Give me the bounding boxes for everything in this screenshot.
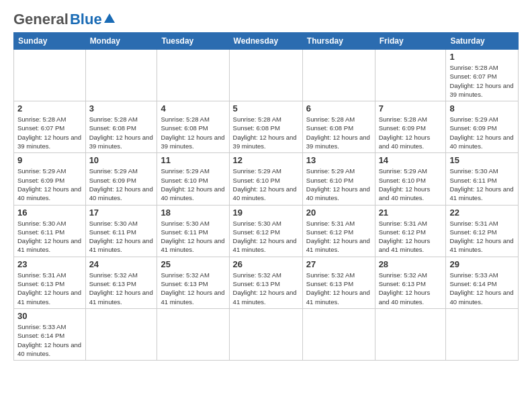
calendar-cell: 30Sunrise: 5:33 AM Sunset: 6:14 PM Dayli… [14, 308, 86, 360]
calendar-cell: 8Sunrise: 5:29 AM Sunset: 6:09 PM Daylig… [446, 101, 519, 153]
day-info: Sunrise: 5:28 AM Sunset: 6:07 PM Dayligh… [449, 63, 515, 99]
calendar-cell: 18Sunrise: 5:30 AM Sunset: 6:11 PM Dayli… [157, 205, 229, 257]
day-number: 9 [17, 155, 82, 165]
day-info: Sunrise: 5:33 AM Sunset: 6:14 PM Dayligh… [17, 322, 82, 358]
day-number: 20 [306, 208, 371, 218]
weekday-header-thursday: Thursday [302, 33, 375, 50]
logo-area: General Blue [13, 11, 115, 28]
day-number: 11 [161, 155, 225, 165]
day-info: Sunrise: 5:31 AM Sunset: 6:12 PM Dayligh… [306, 219, 371, 255]
day-info: Sunrise: 5:29 AM Sunset: 6:10 PM Dayligh… [161, 167, 225, 202]
calendar-cell: 26Sunrise: 5:32 AM Sunset: 6:13 PM Dayli… [229, 257, 302, 308]
calendar-week-4: 16Sunrise: 5:30 AM Sunset: 6:11 PM Dayli… [14, 205, 519, 257]
weekday-header-sunday: Sunday [14, 33, 86, 50]
day-info: Sunrise: 5:28 AM Sunset: 6:08 PM Dayligh… [161, 115, 225, 150]
calendar-week-2: 2Sunrise: 5:28 AM Sunset: 6:07 PM Daylig… [14, 101, 519, 153]
calendar-cell: 23Sunrise: 5:31 AM Sunset: 6:13 PM Dayli… [14, 257, 86, 308]
calendar-cell: 5Sunrise: 5:28 AM Sunset: 6:08 PM Daylig… [229, 101, 302, 153]
calendar-week-3: 9Sunrise: 5:29 AM Sunset: 6:09 PM Daylig… [14, 153, 519, 205]
calendar-cell [446, 308, 519, 360]
weekday-header-tuesday: Tuesday [157, 33, 229, 50]
day-info: Sunrise: 5:32 AM Sunset: 6:13 PM Dayligh… [89, 271, 154, 306]
day-number: 5 [233, 103, 299, 113]
day-info: Sunrise: 5:32 AM Sunset: 6:13 PM Dayligh… [233, 271, 299, 306]
calendar-cell: 28Sunrise: 5:32 AM Sunset: 6:13 PM Dayli… [375, 257, 446, 308]
calendar-week-1: 1Sunrise: 5:28 AM Sunset: 6:07 PM Daylig… [14, 50, 519, 101]
weekday-header-wednesday: Wednesday [229, 33, 302, 50]
calendar-cell: 3Sunrise: 5:28 AM Sunset: 6:08 PM Daylig… [85, 101, 157, 153]
day-info: Sunrise: 5:28 AM Sunset: 6:09 PM Dayligh… [379, 115, 443, 150]
day-info: Sunrise: 5:30 AM Sunset: 6:11 PM Dayligh… [449, 167, 515, 202]
calendar-cell [85, 308, 157, 360]
calendar-cell: 21Sunrise: 5:31 AM Sunset: 6:12 PM Dayli… [375, 205, 446, 257]
calendar-cell: 19Sunrise: 5:30 AM Sunset: 6:12 PM Dayli… [229, 205, 302, 257]
day-number: 25 [161, 259, 225, 269]
day-info: Sunrise: 5:30 AM Sunset: 6:11 PM Dayligh… [89, 219, 154, 255]
header: General Blue [13, 11, 519, 28]
calendar-cell: 11Sunrise: 5:29 AM Sunset: 6:10 PM Dayli… [157, 153, 229, 205]
day-info: Sunrise: 5:30 AM Sunset: 6:12 PM Dayligh… [233, 219, 299, 255]
calendar-cell: 24Sunrise: 5:32 AM Sunset: 6:13 PM Dayli… [85, 257, 157, 308]
day-number: 15 [449, 155, 515, 165]
day-number: 16 [17, 208, 82, 218]
day-info: Sunrise: 5:30 AM Sunset: 6:11 PM Dayligh… [161, 219, 225, 255]
day-number: 26 [233, 259, 299, 269]
day-number: 7 [379, 103, 443, 113]
calendar-cell [157, 308, 229, 360]
weekday-header-friday: Friday [375, 33, 446, 50]
weekday-header-monday: Monday [85, 33, 157, 50]
day-number: 22 [449, 208, 515, 218]
calendar-week-6: 30Sunrise: 5:33 AM Sunset: 6:14 PM Dayli… [14, 308, 519, 360]
day-info: Sunrise: 5:32 AM Sunset: 6:13 PM Dayligh… [161, 271, 225, 306]
day-info: Sunrise: 5:28 AM Sunset: 6:08 PM Dayligh… [89, 115, 154, 150]
day-number: 6 [306, 103, 371, 113]
day-info: Sunrise: 5:29 AM Sunset: 6:10 PM Dayligh… [233, 167, 299, 202]
day-info: Sunrise: 5:31 AM Sunset: 6:12 PM Dayligh… [449, 219, 515, 255]
calendar-cell: 6Sunrise: 5:28 AM Sunset: 6:08 PM Daylig… [302, 101, 375, 153]
day-number: 10 [89, 155, 154, 165]
day-info: Sunrise: 5:33 AM Sunset: 6:14 PM Dayligh… [449, 271, 515, 306]
calendar-cell [302, 308, 375, 360]
calendar-cell: 22Sunrise: 5:31 AM Sunset: 6:12 PM Dayli… [446, 205, 519, 257]
calendar-page: General Blue SundayMondayTuesdayWednesda… [0, 0, 532, 411]
day-info: Sunrise: 5:29 AM Sunset: 6:10 PM Dayligh… [379, 167, 443, 202]
day-number: 18 [161, 208, 225, 218]
calendar-cell: 17Sunrise: 5:30 AM Sunset: 6:11 PM Dayli… [85, 205, 157, 257]
day-info: Sunrise: 5:31 AM Sunset: 6:12 PM Dayligh… [379, 219, 443, 255]
day-info: Sunrise: 5:30 AM Sunset: 6:11 PM Dayligh… [17, 219, 82, 255]
calendar-cell: 25Sunrise: 5:32 AM Sunset: 6:13 PM Dayli… [157, 257, 229, 308]
calendar-cell: 9Sunrise: 5:29 AM Sunset: 6:09 PM Daylig… [14, 153, 86, 205]
day-info: Sunrise: 5:32 AM Sunset: 6:13 PM Dayligh… [306, 271, 371, 306]
day-number: 1 [449, 52, 515, 62]
calendar-cell [375, 50, 446, 101]
logo-triangle-icon [104, 13, 115, 23]
day-info: Sunrise: 5:28 AM Sunset: 6:08 PM Dayligh… [233, 115, 299, 150]
day-info: Sunrise: 5:28 AM Sunset: 6:08 PM Dayligh… [306, 115, 371, 150]
calendar-cell [157, 50, 229, 101]
calendar-cell: 2Sunrise: 5:28 AM Sunset: 6:07 PM Daylig… [14, 101, 86, 153]
day-number: 2 [17, 103, 82, 113]
weekday-header-saturday: Saturday [446, 33, 519, 50]
day-number: 8 [449, 103, 515, 113]
day-number: 30 [17, 311, 82, 321]
calendar-table: SundayMondayTuesdayWednesdayThursdayFrid… [13, 32, 519, 361]
calendar-cell [302, 50, 375, 101]
calendar-cell [375, 308, 446, 360]
logo: General Blue [13, 11, 115, 28]
calendar-cell: 12Sunrise: 5:29 AM Sunset: 6:10 PM Dayli… [229, 153, 302, 205]
day-info: Sunrise: 5:31 AM Sunset: 6:13 PM Dayligh… [17, 271, 82, 306]
calendar-week-5: 23Sunrise: 5:31 AM Sunset: 6:13 PM Dayli… [14, 257, 519, 308]
weekday-header-row: SundayMondayTuesdayWednesdayThursdayFrid… [14, 33, 519, 50]
logo-blue-text: Blue [70, 11, 102, 28]
calendar-cell: 13Sunrise: 5:29 AM Sunset: 6:10 PM Dayli… [302, 153, 375, 205]
calendar-cell: 20Sunrise: 5:31 AM Sunset: 6:12 PM Dayli… [302, 205, 375, 257]
day-number: 13 [306, 155, 371, 165]
day-number: 3 [89, 103, 154, 113]
day-number: 21 [379, 208, 443, 218]
calendar-cell [229, 50, 302, 101]
calendar-cell: 10Sunrise: 5:29 AM Sunset: 6:09 PM Dayli… [85, 153, 157, 205]
calendar-cell: 14Sunrise: 5:29 AM Sunset: 6:10 PM Dayli… [375, 153, 446, 205]
calendar-cell: 15Sunrise: 5:30 AM Sunset: 6:11 PM Dayli… [446, 153, 519, 205]
calendar-cell [14, 50, 86, 101]
calendar-cell: 7Sunrise: 5:28 AM Sunset: 6:09 PM Daylig… [375, 101, 446, 153]
